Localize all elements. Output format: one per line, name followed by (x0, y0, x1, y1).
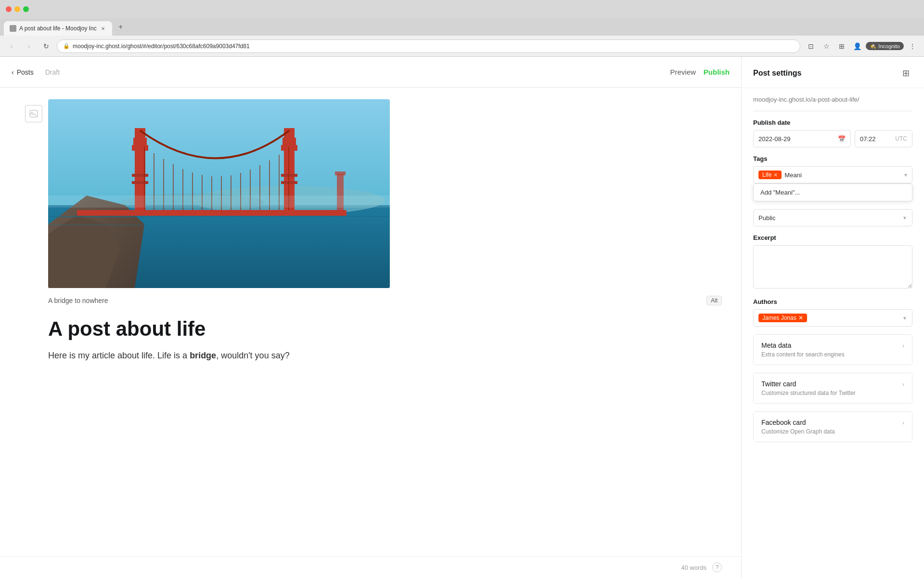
tags-label: Tags (753, 155, 912, 162)
alt-text-button[interactable]: Alt (706, 296, 722, 305)
visibility-select[interactable]: Public ▼ (753, 209, 912, 226)
help-button[interactable]: ? (712, 563, 722, 572)
calendar-icon: 📅 (838, 135, 846, 143)
editor-area: ‹ Posts Draft Preview Publish (0, 57, 741, 578)
twitter-card-desc: Customize structured data for Twitter (761, 390, 898, 396)
tag-life-text: Life (762, 171, 771, 178)
back-to-posts-link[interactable]: ‹ Posts (12, 68, 34, 76)
forward-nav-button[interactable]: › (22, 39, 36, 53)
sidebar-header: Post settings ⊞ (742, 57, 924, 88)
twitter-card-chevron-icon: › (902, 381, 904, 388)
facebook-card-header[interactable]: Facebook card Customize Open Graph data … (754, 412, 912, 442)
body-text-after: , wouldn't you say? (216, 351, 290, 360)
browser-tab-active[interactable]: A post about life - Moodjoy Inc ✕ (4, 21, 112, 36)
editor-content: A bridge to nowhere Alt A post about lif… (0, 88, 741, 556)
image-placeholder-icon (29, 110, 38, 118)
facebook-card-desc: Customize Open Graph data (761, 428, 898, 435)
meta-data-header[interactable]: Meta data Extra content for search engin… (754, 335, 912, 365)
tag-life-pill: Life ✕ (758, 171, 782, 179)
twitter-card-section: Twitter card Customize structured data f… (753, 373, 912, 404)
publish-button[interactable]: Publish (704, 68, 730, 76)
extensions-button[interactable]: ⊞ (835, 39, 848, 53)
close-window-button[interactable] (6, 6, 12, 12)
excerpt-textarea[interactable] (753, 245, 912, 289)
maximize-window-button[interactable] (23, 6, 29, 12)
tab-title: A post about life - Moodjoy Inc (19, 25, 97, 32)
tags-chevron-icon: ▼ (903, 172, 908, 178)
date-value: 2022-08-29 (758, 135, 791, 143)
address-text: moodjoy-inc.ghost.io/ghost/#/editor/post… (73, 43, 794, 50)
cast-button[interactable]: ⊡ (804, 39, 818, 53)
tab-favicon (10, 25, 16, 32)
reload-button[interactable]: ↻ (39, 39, 53, 53)
address-bar[interactable]: 🔒 moodjoy-inc.ghost.io/ghost/#/editor/po… (57, 39, 800, 53)
post-title[interactable]: A post about life (48, 317, 722, 341)
twitter-card-title: Twitter card (761, 380, 898, 388)
tag-dropdown: Add "Meani"... (753, 184, 912, 201)
tags-section: Tags Life ✕ ▼ Add "Meani"... (753, 155, 912, 201)
sidebar-close-button[interactable]: ⊞ (899, 66, 912, 80)
tags-input-container[interactable]: Life ✕ ▼ (753, 166, 912, 184)
post-settings-sidebar: Post settings ⊞ moodjoy-inc.ghost.io/a-p… (741, 57, 924, 578)
facebook-card-chevron-icon: › (902, 420, 904, 426)
post-body: Here is my article about life. Life is a… (48, 349, 722, 363)
svg-rect-14 (132, 174, 148, 177)
tag-suggestion-text: Add "Meani"... (760, 189, 800, 196)
tag-life-remove-button[interactable]: ✕ (773, 172, 778, 178)
header-actions: Preview Publish (670, 68, 730, 76)
publish-date-section: Publish date 2022-08-29 📅 07:22 UTC (753, 119, 912, 147)
incognito-badge: 🕵 Incognito (866, 42, 904, 50)
menu-button[interactable]: ⋮ (906, 39, 919, 53)
authors-chevron-icon: ▼ (902, 315, 907, 321)
profile-button[interactable]: 👤 (850, 39, 864, 53)
date-time-row: 2022-08-29 📅 07:22 UTC (753, 130, 912, 147)
tag-add-suggestion[interactable]: Add "Meani"... (754, 184, 912, 201)
publish-time-input[interactable]: 07:22 UTC (855, 130, 912, 147)
svg-rect-17 (282, 138, 296, 146)
svg-rect-39 (48, 216, 390, 217)
meta-data-title: Meta data (761, 342, 898, 349)
feature-image-container (19, 99, 722, 288)
author-name-text: James Jonas (762, 315, 796, 321)
visibility-chevron-icon: ▼ (902, 215, 907, 221)
browser-titlebar (0, 0, 924, 18)
back-nav-button[interactable]: ‹ (5, 39, 18, 53)
svg-rect-38 (335, 171, 346, 175)
browser-chrome: A post about life - Moodjoy Inc ✕ + ‹ › … (0, 0, 924, 57)
preview-button[interactable]: Preview (670, 68, 695, 76)
bridge-svg (48, 99, 390, 288)
bookmark-button[interactable]: ☆ (820, 39, 833, 53)
meta-data-chevron-icon: › (902, 342, 904, 349)
browser-tab-bar: A post about life - Moodjoy Inc ✕ + (0, 18, 924, 36)
lock-icon: 🔒 (63, 43, 70, 49)
traffic-lights (6, 6, 29, 12)
sidebar-body: moodjoy-inc.ghost.io/a-post-about-life/ … (742, 88, 924, 578)
author-james-jonas-pill: James Jonas ✕ (758, 314, 807, 322)
body-text-before: Here is my article about life. Life is a (48, 351, 190, 360)
facebook-card-section: Facebook card Customize Open Graph data … (753, 411, 912, 442)
authors-section: Authors James Jonas ✕ ▼ (753, 298, 912, 327)
image-caption-row: A bridge to nowhere Alt (48, 296, 722, 305)
feature-image-placeholder[interactable] (25, 105, 42, 122)
tag-search-input[interactable] (784, 171, 907, 179)
authors-input-container[interactable]: James Jonas ✕ ▼ (753, 309, 912, 327)
authors-label: Authors (753, 298, 912, 305)
publish-date-input[interactable]: 2022-08-29 📅 (753, 130, 851, 147)
new-tab-button[interactable]: + (114, 20, 128, 34)
body-bold-text: bridge (190, 351, 216, 360)
word-count: 40 words (681, 564, 706, 571)
utc-label: UTC (895, 135, 907, 142)
post-status-label: Draft (45, 68, 60, 76)
twitter-card-header[interactable]: Twitter card Customize structured data f… (754, 373, 912, 403)
svg-rect-20 (281, 174, 297, 177)
svg-rect-13 (132, 181, 148, 184)
app-header: ‹ Posts Draft Preview Publish (0, 57, 741, 88)
author-remove-button[interactable]: ✕ (798, 315, 803, 321)
incognito-label: Incognito (878, 43, 900, 49)
tab-close-button[interactable]: ✕ (100, 25, 106, 32)
post-url: moodjoy-inc.ghost.io/a-post-about-life/ (753, 96, 912, 111)
minimize-window-button[interactable] (14, 6, 20, 12)
feature-image[interactable] (48, 99, 390, 288)
editor-footer: 40 words ? (0, 556, 741, 578)
svg-rect-40 (48, 224, 390, 225)
